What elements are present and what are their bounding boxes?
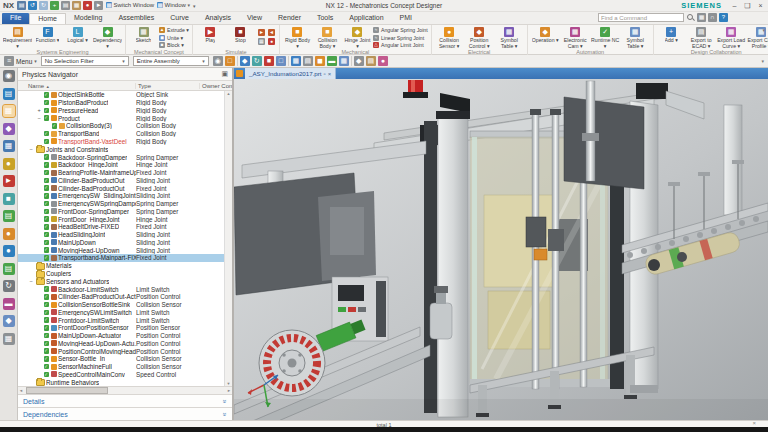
symbol-table-button[interactable]: ▦Symbol Table ▾: [621, 26, 650, 49]
function-button[interactable]: FFunction ▾: [33, 26, 62, 44]
tree-item-row[interactable]: ✓Backdoor-LimitSwitchLimit Switch: [18, 285, 232, 293]
tree-expander-icon[interactable]: +: [36, 107, 42, 113]
tree-item-row[interactable]: ✓Cilinder-BadProductOut-Act...Position C…: [18, 293, 232, 301]
tree-item-row[interactable]: ✓PistonBadProductRigid Body: [18, 99, 232, 107]
enabled-checkbox[interactable]: ✓: [44, 108, 50, 114]
tree-item-row[interactable]: ✓FrontDoor-SpringDamperSpring Damper: [18, 207, 232, 215]
tree-item-row[interactable]: ✓TransportBandCollision Body: [18, 130, 232, 138]
undo-icon[interactable]: ↺: [28, 1, 37, 10]
work-grid-icon[interactable]: ▦: [339, 56, 349, 66]
history-icon[interactable]: ↻: [3, 280, 15, 292]
brush-icon[interactable]: ▬: [3, 298, 15, 310]
tab-curve[interactable]: Curve: [162, 13, 197, 24]
tree-item-row[interactable]: ✓Backdoor_HingeJointHinge Joint: [18, 161, 232, 169]
tree-folder-row[interactable]: Runtime Behaviors: [18, 378, 232, 386]
save-icon[interactable]: ▤: [17, 1, 26, 10]
tree-folder-row[interactable]: Couplers: [18, 270, 232, 278]
simulation-navigator-icon[interactable]: ◆: [3, 123, 15, 135]
enabled-checkbox[interactable]: ✓: [44, 356, 50, 362]
operation-button[interactable]: ◆Operation ▾: [531, 26, 560, 44]
help-icon[interactable]: ?: [719, 13, 728, 22]
part-tab[interactable]: _ASY_Indumation2017.prt ▫ ×: [245, 68, 336, 79]
tree-item-row[interactable]: +✓PressureHeadRigid Body: [18, 107, 232, 115]
enabled-checkbox[interactable]: ✓: [44, 100, 50, 106]
enabled-checkbox[interactable]: ✓: [44, 201, 50, 207]
tree-item-row[interactable]: ✓PositionControlMovingHeadPosition Contr…: [18, 347, 232, 355]
constraint-icon[interactable]: ■: [264, 56, 274, 66]
tab-modeling[interactable]: Modeling: [66, 13, 110, 24]
paste-icon[interactable]: ▦: [72, 1, 81, 10]
tree-item-row[interactable]: ✓ObjectSinkBottleObject Sink: [18, 91, 232, 99]
redo-icon[interactable]: ↻: [39, 1, 48, 10]
tree-item-row[interactable]: ✓SensorMachineFullCollision Sensor: [18, 363, 232, 371]
tab-tools[interactable]: Tools: [309, 13, 341, 24]
tree-item-row[interactable]: ✓Sensor-Bottle_InCollision Sensor: [18, 355, 232, 363]
runtime-nc-button[interactable]: ✓Runtime NC ▾: [591, 26, 620, 49]
enabled-checkbox[interactable]: ✓: [44, 333, 50, 339]
electronic-cam-button[interactable]: ▦Electronic Cam ▾: [561, 26, 590, 49]
tree-item-row[interactable]: ✓Cilinder-BadProductOutSliding Joint: [18, 176, 232, 184]
enabled-checkbox[interactable]: ✓: [44, 325, 50, 331]
collaborate-icon[interactable]: ●: [378, 56, 388, 66]
enabled-checkbox[interactable]: ✓: [44, 341, 50, 347]
snap-settings-icon[interactable]: ◉: [213, 56, 223, 66]
command-repeat-icon[interactable]: ►: [94, 1, 103, 10]
collision-body-button[interactable]: ■Collision Body ▾: [313, 26, 342, 49]
customize-quick-access-icon[interactable]: ▾: [193, 3, 196, 9]
playback-icon[interactable]: ►: [3, 175, 15, 187]
collision-sensor-button[interactable]: ●Collision Sensor ▾: [435, 26, 464, 49]
switch-window-button[interactable]: ▦ Switch Window: [106, 1, 154, 10]
tree-item-row[interactable]: ✓EmergencySW_SlidingJointSliding Joint: [18, 192, 232, 200]
tree-item-row[interactable]: ✓MovingHead-UpDownSliding Joint: [18, 246, 232, 254]
restore-button[interactable]: ❑: [742, 1, 753, 11]
enabled-checkbox[interactable]: ✓: [44, 209, 50, 215]
block-button[interactable]: ■Block ▾: [159, 42, 189, 49]
enabled-checkbox[interactable]: ✓: [44, 302, 50, 308]
rigid-body-button[interactable]: ■Rigid Body ▾: [283, 26, 312, 49]
3d-viewport[interactable]: [234, 79, 768, 420]
symbol-table-button[interactable]: ▦Symbol Table ▾: [495, 26, 524, 49]
tree-item-row[interactable]: ✓FrontDoorPositionSensorPosition Sensor: [18, 324, 232, 332]
ribbon-collapse-icon[interactable]: ▾: [762, 27, 765, 33]
export-to-ecad-button[interactable]: ▤Export to ECAD ▾: [687, 26, 716, 49]
tree-item-row[interactable]: ✓BearingProfile-MainframeUp...Fixed Join…: [18, 169, 232, 177]
reuse-library-icon[interactable]: ▤: [3, 210, 15, 222]
tab-view[interactable]: View: [239, 13, 270, 24]
enabled-checkbox[interactable]: ✓: [44, 247, 50, 253]
dependencies-section-bar[interactable]: Dependencies »: [18, 407, 232, 420]
tree-item-row[interactable]: ✓EmergencySWLimitSwitchLimit Switch: [18, 308, 232, 316]
color-palette-icon[interactable]: ●: [3, 228, 15, 240]
dependency-button[interactable]: ◆Dependency ▾: [93, 26, 122, 49]
tree-item-row[interactable]: ✓Frontdoor-LimitSwitchLimit Switch: [18, 316, 232, 324]
image-gallery-icon[interactable]: ▦: [3, 333, 15, 345]
tree-column-header[interactable]: Name ▲ Type Owner Component: [18, 81, 232, 91]
panel-toggle-icon[interactable]: ▦: [697, 13, 706, 22]
enabled-checkbox[interactable]: ✓: [44, 310, 50, 316]
tree-expander-icon[interactable]: −: [28, 146, 34, 152]
capture-icon[interactable]: ▦: [258, 38, 265, 45]
tree-item-row[interactable]: ✓Transportband-Mainpart-FIX...Fixed Join…: [18, 254, 232, 262]
logical-button[interactable]: LLogical ▾: [63, 26, 92, 44]
hinge-joint-button[interactable]: ◆Hinge Joint ▾: [343, 26, 372, 49]
window-select-icon[interactable]: □: [276, 56, 286, 66]
status-close-icon[interactable]: ×: [752, 420, 756, 426]
grid-browser-icon[interactable]: ▦: [3, 140, 15, 152]
tree-folder-row[interactable]: Materials: [18, 262, 232, 270]
scroll-left-icon[interactable]: ◄: [18, 388, 24, 393]
enabled-checkbox[interactable]: ✓: [44, 364, 50, 370]
tree-item-row[interactable]: ✓Cilinder-BadProductOutFixed Joint: [18, 184, 232, 192]
tab-file[interactable]: File: [2, 13, 29, 24]
enabled-checkbox[interactable]: ✓: [44, 240, 50, 246]
tree-item-row[interactable]: ✓MainUpDown-ActuatorPosition Control: [18, 332, 232, 340]
tools-palette-icon[interactable]: ■: [3, 193, 15, 205]
structure-icon[interactable]: ◆: [3, 315, 15, 327]
layers-icon[interactable]: ▤: [366, 56, 376, 66]
position-control-button[interactable]: ◆Position Control ▾: [465, 26, 494, 49]
stop-button[interactable]: ■Stop: [226, 26, 255, 44]
gear-icon[interactable]: ◉: [3, 70, 15, 82]
selection-box-icon[interactable]: □: [225, 56, 235, 66]
rotate-view-icon[interactable]: ↻: [252, 56, 262, 66]
angular-spring-joint-button[interactable]: ≈Angular Spring Joint: [373, 27, 428, 34]
record-icon[interactable]: ●: [268, 38, 275, 45]
enabled-checkbox[interactable]: ✓: [44, 162, 50, 168]
